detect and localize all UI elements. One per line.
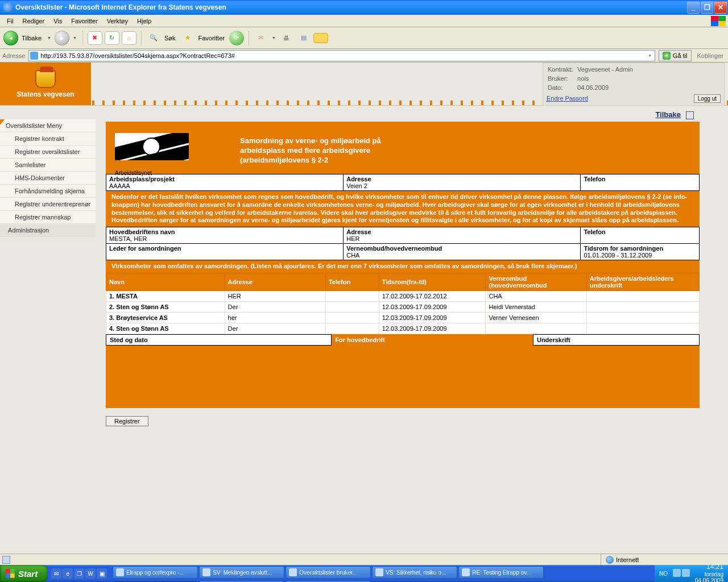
ql-icon[interactable]: e <box>63 568 73 579</box>
address-field-wrap[interactable]: ▾ <box>28 50 655 61</box>
nav-item-0[interactable]: Registrer kontrakt <box>0 132 96 146</box>
address-input[interactable] <box>40 52 646 59</box>
window-titlebar: Oversiktslister - Microsoft Internet Exp… <box>0 0 728 15</box>
print-button[interactable]: 🖶 <box>279 31 294 45</box>
register-button[interactable]: Registrer <box>106 416 148 426</box>
side-nav: Oversiktslister Meny Registrer kontrakt … <box>0 119 96 237</box>
maximize-button[interactable]: ❐ <box>701 1 713 14</box>
links-label[interactable]: Koblinger <box>695 52 726 59</box>
menu-favoritter[interactable]: Favoritter <box>67 16 102 26</box>
forward-button[interactable]: ► <box>55 31 69 45</box>
stop-button[interactable]: ✖ <box>88 31 102 45</box>
ub-v2: 04.06.2009 <box>577 84 636 92</box>
favorites-icon[interactable]: ★ <box>180 31 195 45</box>
taskbar: Start ✉ e ❐ W ▣ Elrapp og cortexpro -...… <box>0 565 728 582</box>
task-button[interactable]: SV: Meklingen avslutt... <box>199 566 284 579</box>
clock[interactable]: 14:21 torsdag 04.06.2009 <box>695 563 723 582</box>
ie-toolbar: Tilbake▼ ►▼ ✖ ↻ ⌂ 🔍 Søk ★ Favoritter ⟳ ✉… <box>0 27 728 49</box>
ql-icon[interactable]: ❐ <box>74 568 84 579</box>
back-button[interactable] <box>3 31 18 45</box>
zone-label: Internett <box>616 556 639 563</box>
note-button[interactable] <box>313 33 328 43</box>
nav-item-2[interactable]: Samlelister <box>0 159 96 172</box>
task-button[interactable]: RE: Testing Elrapp ov... <box>458 566 544 579</box>
window-title: Oversiktslister - Microsoft Internet Exp… <box>15 3 226 11</box>
user-info-box: Kontrakt:Vegvesenet - Admin Bruker:nois … <box>543 63 725 106</box>
task-buttons: Elrapp og cortexpro -... SV: Meklingen a… <box>110 565 655 582</box>
menu-verktoy[interactable]: Verktøy <box>102 16 133 26</box>
search-label[interactable]: Søk <box>164 35 176 41</box>
nav-heading[interactable]: Oversiktslister Meny <box>0 119 96 132</box>
nav-item-admin[interactable]: Administrasjon <box>0 224 96 237</box>
nav-item-5[interactable]: Registrer underentreprenør <box>0 198 96 211</box>
status-page-icon <box>2 556 10 564</box>
main-company-table: Hovedbedriftens navnMESTA, HER AdresseHE… <box>106 227 700 260</box>
workplace-table: Arbeidsplass/prosjektAAAAA AdresseVeien … <box>106 174 700 191</box>
edit-button[interactable]: ▤ <box>296 31 311 45</box>
brand-label: Statens vegvesen <box>16 90 74 98</box>
task-button[interactable]: Oversiktslister bruker... <box>286 566 371 579</box>
ql-icon[interactable]: ✉ <box>51 568 61 579</box>
task-button[interactable]: VS: Sikkerhet, risiko o... <box>372 566 457 579</box>
arbeidstilsynet-logo <box>115 133 189 160</box>
back-label[interactable]: Tilbake <box>22 35 42 41</box>
address-label: Adresse <box>2 52 25 59</box>
nav-item-6[interactable]: Registrer mannskap <box>0 211 96 224</box>
tray-icons[interactable] <box>672 569 690 578</box>
windows-flag-icon <box>711 16 726 26</box>
search-icon[interactable]: 🔍 <box>146 31 161 45</box>
close-button[interactable]: ✕ <box>714 1 727 14</box>
fwd-dd[interactable]: ▼ <box>72 36 78 40</box>
internet-zone-icon <box>606 556 614 564</box>
refresh-button[interactable]: ↻ <box>105 31 119 45</box>
lang-indicator[interactable]: NO <box>659 571 668 577</box>
address-dd[interactable]: ▾ <box>647 53 653 58</box>
list-note: Virksomheter som omfattes av samordninge… <box>106 260 700 273</box>
favorites-label[interactable]: Favoritter <box>198 35 225 41</box>
arbeidstilsynet-label: Arbeidstilsynet <box>115 170 152 176</box>
table-row: 2. Sten og Stønn ASDer12.03.2009-17.09.2… <box>106 301 700 312</box>
menu-vis[interactable]: Vis <box>49 16 67 26</box>
companies-grid: Navn Adresse Telefon Tidsrom(fra-til) Ve… <box>106 273 700 334</box>
print-page-icon[interactable] <box>686 111 694 119</box>
menu-hjelp[interactable]: Hjelp <box>133 16 156 26</box>
go-button[interactable]: ➔ Gå til <box>659 50 692 61</box>
crest-icon <box>35 70 56 88</box>
system-tray: NO 14:21 torsdag 04.06.2009 <box>655 565 728 582</box>
nav-item-4[interactable]: Forhåndsmelding skjema <box>0 185 96 198</box>
form-title: Samordning av verne- og miljøarbeid på a… <box>189 136 690 165</box>
start-button[interactable]: Start <box>0 565 48 582</box>
menu-fil[interactable]: Fil <box>2 16 18 26</box>
logout-button[interactable]: Logg ut <box>694 94 721 103</box>
minimize-button[interactable]: _ <box>687 1 700 14</box>
ub-k1: Bruker: <box>548 74 576 82</box>
form-description: Nedenfor er det fastslått hvilken virkso… <box>106 191 700 227</box>
nav-item-3[interactable]: HMS-Dokumenter <box>0 172 96 185</box>
ie-status-bar: Internett <box>0 554 728 565</box>
menu-bar: Fil Rediger Vis Favoritter Verktøy Hjelp <box>0 15 728 27</box>
form-card: Arbeidstilsynet Samordning av verne- og … <box>106 122 700 408</box>
table-row: 3. Brøyteservice ASher12.03.2009-17.09.2… <box>106 312 700 323</box>
signature-row: Sted og dato For hovedbedrift Underskrif… <box>106 334 700 346</box>
go-label: Gå til <box>673 52 688 59</box>
change-password-link[interactable]: Endre Passord <box>547 95 588 102</box>
ql-icon[interactable]: W <box>85 568 96 579</box>
table-row: 1. MESTAHER17.02.2009-17.02.2012CHA <box>106 290 700 301</box>
back-dd[interactable]: ▼ <box>46 36 52 40</box>
page-viewport: Statens vegvesen Kontrakt:Vegvesenet - A… <box>0 63 728 554</box>
ub-k0: Kontrakt: <box>548 65 576 73</box>
ub-k2: Dato: <box>548 84 576 92</box>
home-button[interactable]: ⌂ <box>122 31 136 45</box>
go-arrow-icon: ➔ <box>663 52 671 60</box>
mail-button[interactable]: ✉ <box>254 31 268 45</box>
page-header: Statens vegvesen Kontrakt:Vegvesenet - A… <box>0 63 728 105</box>
page-favicon <box>30 52 38 60</box>
quick-launch: ✉ e ❐ W ▣ <box>48 565 110 582</box>
nav-item-1[interactable]: Registrer oversiktslister <box>0 146 96 159</box>
ql-icon[interactable]: ▣ <box>97 568 107 579</box>
address-bar: Adresse ▾ ➔ Gå til Koblinger <box>0 49 728 63</box>
history-button[interactable]: ⟳ <box>229 31 244 45</box>
back-link[interactable]: Tilbake <box>655 110 681 119</box>
menu-rediger[interactable]: Rediger <box>18 16 49 26</box>
task-button[interactable]: Elrapp og cortexpro -... <box>113 566 198 579</box>
